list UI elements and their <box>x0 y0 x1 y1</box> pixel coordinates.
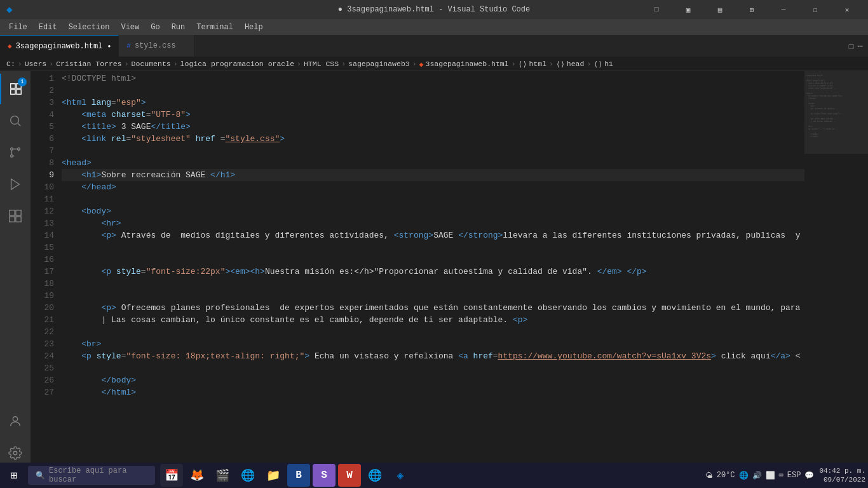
svg-point-16 <box>13 451 17 455</box>
breadcrumb-documents[interactable]: Documents <box>132 60 171 68</box>
menu-file[interactable]: File <box>4 22 32 33</box>
debug-icon[interactable] <box>0 169 31 200</box>
menu-help[interactable]: Help <box>240 22 268 33</box>
ln-15: 15 <box>31 241 54 254</box>
svg-rect-13 <box>10 217 15 222</box>
code-line-16 <box>62 254 804 266</box>
breadcrumb-html-tag[interactable]: html <box>529 60 546 68</box>
vscode-logo: ◆ <box>6 3 13 16</box>
breadcrumb-logica[interactable]: logica programacion oracle <box>180 60 294 68</box>
layout-icon-4[interactable]: ⊞ <box>737 0 766 19</box>
code-line-14: <p> Através de medios digitales y difere… <box>62 229 804 241</box>
taskbar-clock[interactable]: 04:42 p. m. 09/07/2022 <box>819 466 865 484</box>
keyboard-icon[interactable]: ⌨ <box>779 471 783 480</box>
app-chrome[interactable]: 🌐 <box>363 464 386 487</box>
app-b[interactable]: B <box>287 464 310 487</box>
svg-rect-14 <box>16 217 21 222</box>
menu-view[interactable]: View <box>116 22 144 33</box>
svg-point-8 <box>11 155 13 158</box>
breadcrumb-filename[interactable]: 3sagepaginaweb.html <box>426 60 509 68</box>
title-bar: ◆ ● 3sagepaginaweb.html - Visual Studio … <box>0 0 868 19</box>
git-icon[interactable] <box>0 137 31 168</box>
ln-22: 22 <box>31 326 54 338</box>
taskbar-search[interactable]: 🔍 Escribe aquí para buscar <box>28 466 155 485</box>
app-s[interactable]: S <box>313 464 336 487</box>
code-line-1: <!DOCTYPE html> <box>62 72 804 85</box>
breadcrumb-h1-icon: ⟨⟩ <box>593 60 602 69</box>
ln-9: 9 <box>31 169 54 181</box>
breadcrumb-c[interactable]: C: <box>6 60 15 68</box>
menu-go[interactable]: Go <box>146 22 165 33</box>
split-editor-icon[interactable]: ❐ <box>848 41 853 51</box>
ln-23: 23 <box>31 338 54 350</box>
code-line-11 <box>62 193 804 205</box>
account-icon[interactable] <box>0 406 31 437</box>
ln-27: 27 <box>31 386 54 398</box>
notification-icon[interactable]: 💬 <box>804 471 814 480</box>
more-actions-icon[interactable]: ⋯ <box>858 41 863 51</box>
ln-24: 24 <box>31 350 54 362</box>
ln-1: 1 <box>31 72 54 85</box>
battery-icon: ⬜ <box>766 471 775 480</box>
ln-2: 2 <box>31 85 54 97</box>
menu-edit[interactable]: Edit <box>34 22 62 33</box>
explorer-icon[interactable]: 1 <box>0 74 31 104</box>
code-line-2 <box>62 85 804 97</box>
breadcrumb-h1-tag[interactable]: h1 <box>604 60 613 68</box>
breadcrumb-cristian[interactable]: Cristian Torres <box>56 60 122 68</box>
ln-14: 14 <box>31 229 54 241</box>
layout-icon-3[interactable]: ▤ <box>705 0 735 19</box>
minimize-button[interactable]: — <box>769 0 798 19</box>
taskbar-right: 🌤 20°C 🌐 🔊 ⬜ ⌨ ESP 💬 04:42 p. m. 09/07/2… <box>705 466 865 484</box>
breadcrumb-users[interactable]: Users <box>25 60 47 68</box>
svg-point-15 <box>13 417 17 421</box>
search-icon-taskbar: 🔍 <box>36 471 45 480</box>
code-line-18 <box>62 278 804 290</box>
code-line-17: <p style="font-size:22px"><em><h>Nuestra… <box>62 266 804 278</box>
app-media[interactable]: 🎬 <box>211 464 234 487</box>
explorer-badge: 1 <box>18 78 27 86</box>
sound-icon[interactable]: 🔊 <box>752 471 762 480</box>
svg-rect-11 <box>10 210 15 215</box>
menu-run[interactable]: Run <box>166 22 191 33</box>
ln-17: 17 <box>31 266 54 278</box>
app-w[interactable]: W <box>338 464 361 487</box>
code-editor[interactable]: <!DOCTYPE html> <html lang="esp"> <meta … <box>59 71 804 472</box>
code-line-27: </html> <box>62 386 804 398</box>
html-file-icon: ◆ <box>8 42 12 50</box>
breadcrumb-html-icon: ⟨⟩ <box>519 60 527 69</box>
code-line-24: <p style="font-size: 18px;text-align: ri… <box>62 350 804 362</box>
app-filemanager[interactable]: 📁 <box>262 464 285 487</box>
extensions-icon[interactable] <box>0 201 31 231</box>
code-line-25 <box>62 362 804 374</box>
maximize-button[interactable]: ☐ <box>801 0 830 19</box>
ln-6: 6 <box>31 133 54 145</box>
app-calendar[interactable]: 📅 <box>160 464 183 487</box>
breadcrumb: C: › Users › Cristian Torres › Documents… <box>0 57 868 71</box>
menu-terminal[interactable]: Terminal <box>191 22 238 33</box>
menu-selection[interactable]: Selection <box>64 22 115 33</box>
app-edge[interactable]: 🌐 <box>236 464 259 487</box>
code-line-7 <box>62 145 804 157</box>
weather-icon: 🌤 <box>705 471 713 480</box>
app-vscode[interactable]: ◈ <box>389 464 412 487</box>
layout-icon-2[interactable]: ▣ <box>674 0 703 19</box>
code-line-23: <br> <box>62 338 804 350</box>
breadcrumb-sagepaginaweb3[interactable]: sagepaginaweb3 <box>348 60 410 68</box>
code-line-5: <title> 3 SAGE</title> <box>62 121 804 133</box>
lang-display[interactable]: ESP <box>787 471 801 480</box>
search-icon[interactable] <box>0 105 31 136</box>
layout-icon-1[interactable]: □ <box>642 0 671 19</box>
tab-html-label: 3sagepaginaweb.html <box>16 42 103 51</box>
start-button[interactable]: ⊞ <box>3 464 25 487</box>
taskbar: ⊞ 🔍 Escribe aquí para buscar 📅 🦊 🎬 🌐 📁 B… <box>0 463 868 488</box>
breadcrumb-head-tag[interactable]: head <box>567 60 585 68</box>
ln-26: 26 <box>31 374 54 386</box>
ln-7: 7 <box>31 145 54 157</box>
tab-css[interactable]: # style.css <box>119 35 195 57</box>
close-button[interactable]: ✕ <box>832 0 862 19</box>
app-firefox[interactable]: 🦊 <box>186 464 208 487</box>
code-line-19 <box>62 290 804 302</box>
breadcrumb-htmlcss[interactable]: HTML CSS <box>304 60 339 68</box>
tab-html[interactable]: ◆ 3sagepaginaweb.html ● <box>0 35 119 57</box>
